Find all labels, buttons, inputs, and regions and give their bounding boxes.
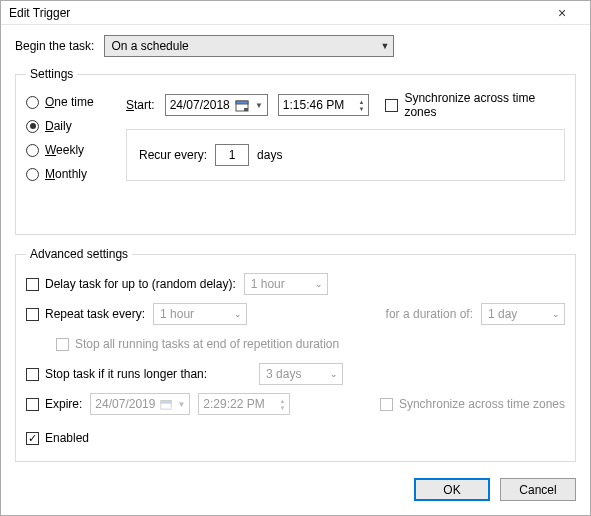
checkbox-icon: [56, 338, 69, 351]
repeat-value: 1 hour: [160, 307, 194, 321]
cancel-button[interactable]: Cancel: [500, 478, 576, 501]
titlebar: Edit Trigger ×: [1, 1, 590, 25]
ok-button[interactable]: OK: [414, 478, 490, 501]
calendar-icon: [159, 397, 173, 411]
radio-icon: [26, 120, 39, 133]
radio-icon: [26, 96, 39, 109]
radio-icon: [26, 168, 39, 181]
advanced-legend: Advanced settings: [26, 247, 132, 261]
delay-value: 1 hour: [251, 277, 285, 291]
stop-long-value: 3 days: [266, 367, 301, 381]
recur-value-input[interactable]: 1: [215, 144, 249, 166]
radio-weekly[interactable]: Weekly: [26, 143, 118, 157]
start-row: Start: 24/07/2018 ▼ 1:15:46 PM ▲▼: [126, 91, 565, 119]
schedule-radio-group: One time Daily Weekly Monthly: [26, 91, 118, 181]
sync-timezone-checkbox[interactable]: Synchronize across time zones: [385, 91, 565, 119]
dialog-footer: OK Cancel: [1, 470, 590, 515]
chevron-down-icon: ⌄: [330, 369, 338, 379]
begin-task-value: On a schedule: [111, 39, 188, 53]
start-date-input[interactable]: 24/07/2018 ▼: [165, 94, 268, 116]
checkbox-icon: [26, 308, 39, 321]
chevron-down-icon: ⌄: [552, 309, 560, 319]
stop-all-label: Stop all running tasks at end of repetit…: [75, 337, 339, 351]
duration-combo[interactable]: 1 day ⌄: [481, 303, 565, 325]
delay-label: Delay task for up to (random delay):: [45, 277, 236, 291]
stop-long-label: Stop task if it runs longer than:: [45, 367, 207, 381]
radio-monthly-label: Monthly: [45, 167, 87, 181]
start-date-value: 24/07/2018: [170, 98, 230, 112]
expire-sync-checkbox: Synchronize across time zones: [380, 397, 565, 411]
recur-label: Recur every:: [139, 148, 207, 162]
svg-rect-2: [244, 108, 248, 111]
radio-one-time-label: One time: [45, 95, 94, 109]
stop-long-checkbox[interactable]: Stop task if it runs longer than:: [26, 367, 207, 381]
radio-daily-label: Daily: [45, 119, 72, 133]
expire-date-input[interactable]: 24/07/2019 ▼: [90, 393, 190, 415]
svg-rect-4: [161, 401, 171, 404]
checkbox-icon: [26, 432, 39, 445]
expire-time-value: 2:29:22 PM: [203, 397, 264, 411]
recur-unit: days: [257, 148, 282, 162]
checkbox-icon: [26, 398, 39, 411]
start-time-input[interactable]: 1:15:46 PM ▲▼: [278, 94, 370, 116]
checkbox-icon: [385, 99, 398, 112]
enabled-label: Enabled: [45, 431, 89, 445]
stop-long-combo[interactable]: 3 days ⌄: [259, 363, 343, 385]
checkbox-icon: [26, 368, 39, 381]
expire-label: Expire:: [45, 397, 82, 411]
recur-box: Recur every: 1 days: [126, 129, 565, 181]
begin-task-select[interactable]: On a schedule ▼: [104, 35, 394, 57]
spinner-icon: ▲▼: [358, 99, 364, 112]
sync-timezone-label: Synchronize across time zones: [404, 91, 565, 119]
duration-label: for a duration of:: [386, 307, 473, 321]
expire-sync-label: Synchronize across time zones: [399, 397, 565, 411]
chevron-down-icon: ▼: [380, 41, 389, 51]
expire-checkbox[interactable]: Expire:: [26, 397, 82, 411]
radio-daily[interactable]: Daily: [26, 119, 118, 133]
recur-value: 1: [229, 148, 236, 162]
chevron-down-icon: ⌄: [315, 279, 323, 289]
radio-monthly[interactable]: Monthly: [26, 167, 118, 181]
repeat-combo[interactable]: 1 hour ⌄: [153, 303, 247, 325]
settings-group: Settings One time Daily Weekly: [15, 67, 576, 235]
spinner-icon: ▲▼: [279, 398, 285, 411]
repeat-checkbox[interactable]: Repeat task every:: [26, 307, 145, 321]
content-area: Begin the task: On a schedule ▼ Settings…: [1, 25, 590, 470]
edit-trigger-dialog: Edit Trigger × Begin the task: On a sche…: [0, 0, 591, 516]
stop-all-checkbox: Stop all running tasks at end of repetit…: [56, 337, 339, 351]
delay-combo[interactable]: 1 hour ⌄: [244, 273, 328, 295]
advanced-settings-group: Advanced settings Delay task for up to (…: [15, 247, 576, 462]
close-button[interactable]: ×: [542, 5, 582, 21]
svg-rect-1: [236, 101, 248, 104]
radio-weekly-label: Weekly: [45, 143, 84, 157]
chevron-down-icon: ⌄: [234, 309, 242, 319]
repeat-label: Repeat task every:: [45, 307, 145, 321]
checkbox-icon: [26, 278, 39, 291]
chevron-down-icon: ▼: [177, 400, 185, 409]
enabled-checkbox[interactable]: Enabled: [26, 431, 89, 445]
radio-one-time[interactable]: One time: [26, 95, 118, 109]
calendar-icon: [235, 98, 249, 112]
begin-task-label: Begin the task:: [15, 39, 94, 53]
expire-date-value: 24/07/2019: [95, 397, 155, 411]
chevron-down-icon: ▼: [255, 101, 263, 110]
expire-time-input[interactable]: 2:29:22 PM ▲▼: [198, 393, 290, 415]
settings-legend: Settings: [26, 67, 77, 81]
duration-value: 1 day: [488, 307, 517, 321]
checkbox-icon: [380, 398, 393, 411]
start-time-value: 1:15:46 PM: [283, 98, 344, 112]
begin-task-row: Begin the task: On a schedule ▼: [15, 35, 576, 57]
radio-icon: [26, 144, 39, 157]
delay-checkbox[interactable]: Delay task for up to (random delay):: [26, 277, 236, 291]
window-title: Edit Trigger: [9, 6, 542, 20]
